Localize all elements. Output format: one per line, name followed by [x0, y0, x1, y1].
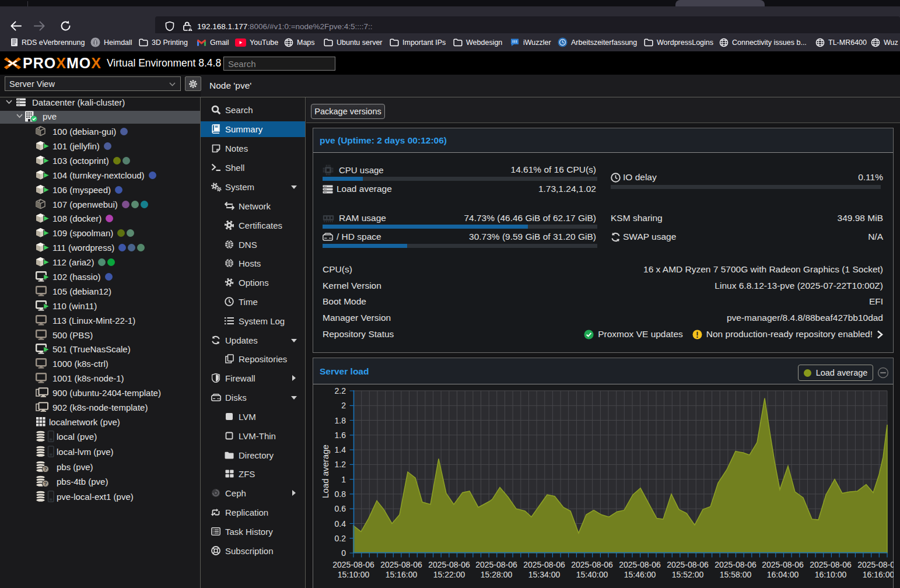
svg-text:2025-08-06: 2025-08-06 [857, 560, 894, 569]
svg-text:15:52:00: 15:52:00 [672, 570, 704, 579]
svg-text:2025-08-06: 2025-08-06 [380, 560, 422, 569]
svg-text:Load average: Load average [320, 444, 330, 498]
svg-text:15:34:00: 15:34:00 [528, 570, 561, 579]
svg-text:2025-08-06: 2025-08-06 [571, 560, 613, 569]
svg-text:15:10:00: 15:10:00 [338, 570, 370, 579]
svg-text:0: 0 [341, 548, 346, 558]
svg-text:?: ? [44, 466, 47, 472]
svg-text:16:10:00: 16:10:00 [815, 570, 847, 579]
svg-text:16:16:00: 16:16:00 [863, 570, 894, 579]
svg-text:2: 2 [341, 401, 346, 410]
svg-text:1.6: 1.6 [335, 430, 346, 440]
svg-text:2025-08-06: 2025-08-06 [475, 560, 517, 569]
svg-text:2025-08-06: 2025-08-06 [332, 560, 374, 569]
svg-text:2025-08-06: 2025-08-06 [762, 560, 804, 569]
svg-text:2025-08-06: 2025-08-06 [810, 560, 852, 569]
svg-text:?: ? [44, 480, 47, 487]
svg-text:1: 1 [341, 475, 346, 484]
svg-text:0.4: 0.4 [335, 519, 346, 528]
svg-text:1.8: 1.8 [335, 416, 346, 425]
svg-text:0.2: 0.2 [335, 534, 346, 543]
svg-text:15:28:00: 15:28:00 [481, 570, 513, 579]
svg-text:2.2: 2.2 [335, 386, 346, 396]
svg-text:1.2: 1.2 [335, 460, 346, 469]
svg-text:1.4: 1.4 [335, 445, 346, 454]
svg-text:2025-08-06: 2025-08-06 [523, 560, 565, 569]
svg-text:15:46:00: 15:46:00 [624, 570, 656, 579]
svg-text:15:40:00: 15:40:00 [576, 570, 608, 579]
svg-text:15:58:00: 15:58:00 [720, 570, 752, 579]
svg-text:2025-08-06: 2025-08-06 [619, 560, 661, 569]
svg-text:16:04:00: 16:04:00 [767, 570, 799, 579]
svg-text:15:22:00: 15:22:00 [433, 570, 465, 579]
svg-text:0.6: 0.6 [335, 504, 346, 513]
svg-text:2025-08-06: 2025-08-06 [715, 560, 757, 569]
svg-text:2025-08-06: 2025-08-06 [667, 560, 709, 569]
svg-text:2025-08-06: 2025-08-06 [428, 560, 470, 569]
svg-text:0.8: 0.8 [335, 489, 346, 499]
svg-text:15:16:00: 15:16:00 [386, 570, 418, 579]
